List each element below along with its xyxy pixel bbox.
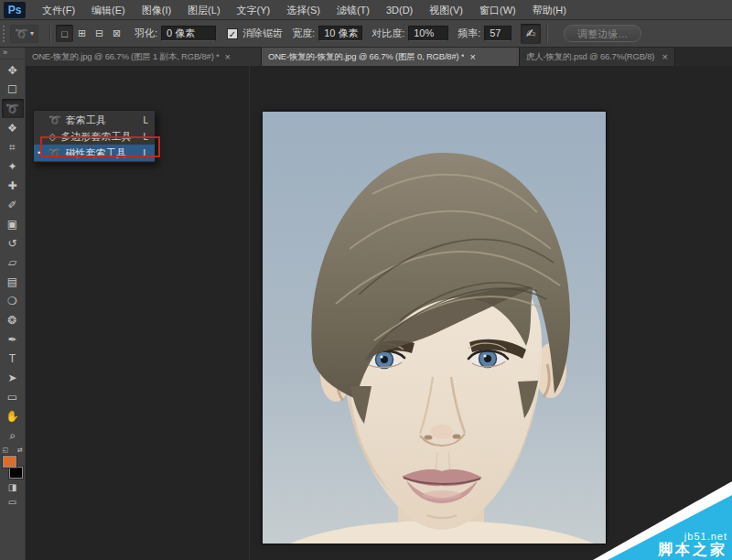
pen-tool[interactable]: ✒ xyxy=(2,329,24,349)
watermark-site-url: jb51.net xyxy=(658,531,727,542)
type-tool[interactable]: T xyxy=(2,349,24,368)
menu-window[interactable]: 窗口(W) xyxy=(471,0,524,20)
portrait-photo-canvas[interactable] xyxy=(263,112,606,544)
color-swatches xyxy=(2,455,24,479)
menu-file[interactable]: 文件(F) xyxy=(34,0,83,20)
document-tab-2-active[interactable]: ONE-恢复的-恢复的.jpg @ 66.7% (图层 0, RGB/8#) *… xyxy=(262,48,520,66)
checkbox-checked-icon[interactable]: ✓ xyxy=(227,28,238,39)
chevron-down-icon: ▾ xyxy=(30,29,34,38)
width-label: 宽度: xyxy=(292,27,315,40)
feather-input[interactable]: 0 像素 xyxy=(161,26,216,41)
menu-filter[interactable]: 滤镜(T) xyxy=(328,0,378,20)
tools-panel: » ✥ ☐ ➰ ❖ ⌗ ✦ ✚ ✐ ▣ ↺ ▱ ▤ ❍ ❂ ✒ T ➤ ▭ ✋ … xyxy=(0,48,26,560)
background-color-swatch[interactable] xyxy=(9,467,23,479)
close-icon[interactable]: × xyxy=(225,52,231,62)
flyout-item-lasso[interactable]: ➰ 套索工具 L xyxy=(34,112,155,128)
lasso-icon: ➰ xyxy=(48,114,61,126)
contrast-label: 对比度: xyxy=(371,27,404,40)
lasso-tool[interactable]: ➰ xyxy=(2,99,24,118)
history-brush-tool[interactable]: ↺ xyxy=(2,233,24,253)
clone-stamp-tool[interactable]: ▣ xyxy=(2,214,24,233)
swap-colors-icon[interactable]: ⇄ xyxy=(17,447,23,454)
menu-3d[interactable]: 3D(D) xyxy=(378,0,421,20)
shortcut-label: L xyxy=(143,115,148,125)
subtract-selection-button[interactable]: ⊟ xyxy=(91,25,108,42)
panel-edge-divider xyxy=(249,66,250,560)
watermark-site-name: 脚本之家 xyxy=(658,542,727,558)
tool-preset-picker[interactable]: ➰ ▾ xyxy=(10,25,38,43)
add-selection-button[interactable]: ⊞ xyxy=(73,25,91,42)
close-icon[interactable]: × xyxy=(469,52,475,62)
lasso-icon: ➰ xyxy=(15,27,28,40)
options-grip[interactable] xyxy=(3,26,5,42)
shape-tool[interactable]: ▭ xyxy=(2,387,24,406)
menu-edit[interactable]: 编辑(E) xyxy=(83,0,134,20)
flyout-item-polygonal-lasso[interactable]: ◇ 多边形套索工具 L xyxy=(34,128,155,145)
document-tab-3[interactable]: 虎人-恢复的.psd @ 66.7%(RGB/8) * × xyxy=(520,48,675,66)
foreground-color-swatch[interactable] xyxy=(3,456,16,468)
document-tab-1[interactable]: ONE-恢复的.jpg @ 66.7% (图层 1 副本, RGB/8#) * … xyxy=(26,48,262,66)
gradient-tool[interactable]: ▤ xyxy=(2,272,24,291)
refine-edge-button[interactable]: 调整边缘… xyxy=(564,25,641,42)
separator xyxy=(546,25,547,43)
document-tab-bar: ONE-恢复的.jpg @ 66.7% (图层 1 副本, RGB/8#) * … xyxy=(26,48,732,66)
flyout-item-magnetic-lasso[interactable]: • ➰ 磁性套索工具 L xyxy=(34,145,155,161)
antialias-checkbox-group[interactable]: ✓ 消除锯齿 xyxy=(227,27,283,40)
menu-type[interactable]: 文字(Y) xyxy=(229,0,279,20)
healing-brush-tool[interactable]: ✚ xyxy=(2,176,24,195)
menu-view[interactable]: 视图(V) xyxy=(421,0,471,20)
blur-tool[interactable]: ❍ xyxy=(2,291,24,310)
separator xyxy=(49,25,50,43)
pen-pressure-toggle[interactable]: ✍ xyxy=(521,24,541,44)
hand-tool[interactable]: ✋ xyxy=(2,406,24,425)
portrait-illustration xyxy=(263,112,606,544)
antialias-label: 消除锯齿 xyxy=(242,27,283,40)
crop-tool[interactable]: ⌗ xyxy=(2,137,24,156)
magnetic-lasso-icon: ➰ xyxy=(48,147,61,159)
eyedropper-tool[interactable]: ✦ xyxy=(2,156,24,176)
menu-image[interactable]: 图像(I) xyxy=(134,0,179,20)
shortcut-label: L xyxy=(143,148,148,158)
new-selection-button[interactable]: □ xyxy=(56,25,73,42)
polygonal-lasso-icon: ◇ xyxy=(48,131,56,143)
default-colors-icon[interactable]: ◱ xyxy=(3,447,9,454)
intersect-selection-button[interactable]: ⊠ xyxy=(108,25,125,42)
quick-mask-button[interactable]: ◨ xyxy=(2,479,24,494)
quick-selection-tool[interactable]: ❖ xyxy=(2,118,24,137)
feather-label: 羽化: xyxy=(135,27,157,40)
brush-tool[interactable]: ✐ xyxy=(2,195,24,214)
menu-bar: Ps 文件(F) 编辑(E) 图像(I) 图层(L) 文字(Y) 选择(S) 滤… xyxy=(0,0,732,20)
frequency-label: 频率: xyxy=(458,27,480,40)
close-icon[interactable]: × xyxy=(662,52,668,62)
contrast-input[interactable]: 10% xyxy=(408,26,448,41)
zoom-tool[interactable]: ⌕ xyxy=(2,425,24,445)
move-tool[interactable]: ✥ xyxy=(2,60,24,80)
menu-select[interactable]: 选择(S) xyxy=(278,0,328,20)
collapse-panel-button[interactable]: » xyxy=(0,48,25,59)
screen-mode-button[interactable]: ▭ xyxy=(2,494,24,509)
rectangular-marquee-tool[interactable]: ☐ xyxy=(2,80,24,99)
shortcut-label: L xyxy=(143,132,148,142)
width-input[interactable]: 10 像素 xyxy=(318,26,362,41)
photoshop-logo: Ps xyxy=(4,2,26,18)
current-tool-bullet: • xyxy=(38,148,40,157)
lasso-tool-flyout-menu: ➰ 套索工具 L ◇ 多边形套索工具 L • ➰ 磁性套索工具 L xyxy=(33,110,156,163)
frequency-input[interactable]: 57 xyxy=(484,26,511,41)
menu-layer[interactable]: 图层(L) xyxy=(179,0,228,20)
watermark: jb51.net 脚本之家 xyxy=(658,531,727,558)
menu-help[interactable]: 帮助(H) xyxy=(524,0,575,20)
dodge-tool[interactable]: ❂ xyxy=(2,310,24,329)
path-selection-tool[interactable]: ➤ xyxy=(2,368,24,387)
options-bar: ➰ ▾ □ ⊞ ⊟ ⊠ 羽化: 0 像素 ✓ 消除锯齿 宽度: 10 像素 对比… xyxy=(0,20,732,48)
eraser-tool[interactable]: ▱ xyxy=(2,253,24,272)
